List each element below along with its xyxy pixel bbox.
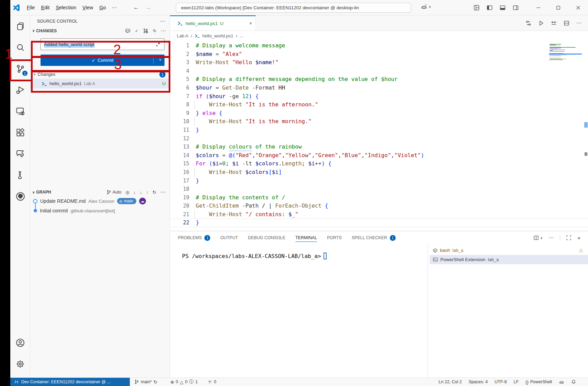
run-debug-icon[interactable]: [10, 79, 30, 101]
commit-dropdown-icon[interactable]: ∨: [159, 58, 161, 61]
changes-collapse-icon[interactable]: ∨: [32, 29, 35, 33]
toggle-panel-icon[interactable]: [500, 5, 506, 11]
split-terminal-icon[interactable]: ∨: [533, 235, 543, 241]
copilot-icon[interactable]: [421, 3, 427, 10]
menu-selection[interactable]: Selection: [53, 3, 79, 12]
remote-indicator[interactable]: Dev Container: EEEN11202 devcontainer @ …: [10, 378, 130, 386]
changes-more-icon[interactable]: ⋯: [161, 28, 166, 34]
extensions-icon[interactable]: [10, 122, 30, 143]
code-line-11[interactable]: 11}: [170, 126, 588, 134]
code-line-20[interactable]: 20Get-ChildItem -Path / | ForEach-Object…: [170, 202, 588, 210]
menu-view[interactable]: View: [79, 3, 96, 12]
run-file-icon[interactable]: [538, 20, 544, 26]
graph-refresh-icon[interactable]: ↻: [152, 190, 156, 195]
branch-ref-badge[interactable]: ◎ main: [117, 198, 136, 204]
command-center-search[interactable]: eeen11202-labs (Workspace) [Dev Containe…: [176, 3, 411, 13]
code-line-5[interactable]: 5# Display a different message depending…: [170, 75, 588, 84]
close-window-button[interactable]: [568, 0, 588, 15]
github-icon[interactable]: [10, 186, 30, 207]
split-terminal-dropdown-icon[interactable]: ∨: [540, 236, 543, 240]
panel-tab-terminal[interactable]: TERMINAL: [295, 231, 317, 244]
code-line-17[interactable]: 17}: [170, 177, 588, 185]
breadcrumb-file[interactable]: hello_world.ps1: [202, 33, 233, 38]
source-control-more-icon[interactable]: ⋯: [160, 18, 166, 24]
encoding-item[interactable]: UTF-8: [492, 379, 509, 384]
editor-tab[interactable]: hello_world.ps1 U ×: [170, 15, 256, 31]
code-line-8[interactable]: 8 Write-Host "It is the afternoon.": [170, 101, 588, 109]
indentation-item[interactable]: Spaces: 4: [466, 379, 490, 384]
copilot-dropdown-icon[interactable]: ∨: [429, 5, 431, 9]
graph-commit-row[interactable]: Initial commit github-classroom[bot]: [30, 206, 169, 215]
panel-tab-problems[interactable]: PROBLEMS1: [178, 231, 210, 244]
commit-button[interactable]: ✓ Commit ∨: [41, 55, 165, 66]
changed-file-row[interactable]: hello_world.ps1 Lab A U: [30, 79, 170, 89]
maximize-button[interactable]: [548, 0, 568, 15]
code-line-10[interactable]: 10 Write-Host "It is the morning.": [170, 117, 588, 126]
code-line-15[interactable]: 15For ($i=0; $i -lt $colors.Length; $i++…: [170, 160, 588, 168]
menu-go[interactable]: Go: [96, 3, 109, 12]
cursor-position-item[interactable]: Ln 22, Col 2: [436, 379, 464, 384]
commit-check-icon[interactable]: ✓: [135, 28, 138, 33]
commit-message-input[interactable]: Added hello_world script: [41, 38, 165, 50]
accounts-icon[interactable]: [10, 332, 30, 353]
outline-icon[interactable]: [551, 20, 557, 26]
code-line-6[interactable]: 6$hour = Get-Date -Format HH: [170, 84, 588, 92]
menu-file[interactable]: File: [24, 3, 38, 12]
minimap[interactable]: [550, 44, 581, 61]
graph-more-icon[interactable]: ⋯: [160, 189, 166, 195]
toggle-secondary-sidebar-icon[interactable]: [513, 5, 519, 11]
graph-target-icon[interactable]: ◎: [125, 190, 129, 195]
code-line-13[interactable]: 13# Display colours of the rainbow: [170, 143, 588, 151]
navigate-back-icon[interactable]: ←: [133, 4, 139, 11]
graph-push-icon[interactable]: ↑: [146, 190, 149, 195]
eol-item[interactable]: LF: [511, 379, 521, 384]
panel-tab-spell-checker[interactable]: SPELL CHECKER1: [352, 231, 396, 244]
code-line-22[interactable]: 22}: [170, 219, 588, 227]
search-icon[interactable]: [10, 37, 30, 58]
code-line-19[interactable]: 19# Display the contents of /: [170, 194, 588, 202]
panel-tab-debug-console[interactable]: DEBUG CONSOLE: [248, 231, 285, 244]
open-changes-icon[interactable]: [525, 20, 531, 26]
menu-more-button[interactable]: ⋯: [109, 3, 120, 12]
terminal-item-bash[interactable]: bash lab_a ⚠: [430, 246, 588, 255]
create-branch-icon[interactable]: [143, 28, 148, 34]
panel-tab-ports[interactable]: PORTS: [327, 231, 342, 244]
code-line-4[interactable]: 4: [170, 67, 588, 75]
editor-more-icon[interactable]: ⋯: [576, 20, 582, 26]
graph-pull-icon[interactable]: ↓: [134, 190, 136, 195]
code-line-12[interactable]: 12: [170, 134, 588, 143]
sync-icon[interactable]: ↻: [154, 379, 157, 385]
changes-section-collapse-icon[interactable]: ∨: [33, 72, 36, 76]
code-line-18[interactable]: 18: [170, 185, 588, 194]
generate-commit-message-icon[interactable]: [155, 42, 161, 47]
language-mode-item[interactable]: {} PowerShell: [523, 379, 554, 385]
chat-icon[interactable]: [10, 143, 30, 164]
graph-fetch-icon[interactable]: ↓: [140, 190, 142, 195]
panel-tab-output[interactable]: OUTPUT: [220, 231, 238, 244]
code-line-2[interactable]: 2$name = "Alex": [170, 50, 588, 59]
terminal-output[interactable]: PS /workspaces/labs-ALEX-CASSON-LAB/lab_…: [182, 253, 327, 259]
editor-scrollbar[interactable]: [584, 40, 588, 231]
maximize-panel-icon[interactable]: [566, 235, 572, 241]
explorer-icon[interactable]: [10, 15, 30, 37]
branch-status-item[interactable]: main* ↻: [132, 379, 160, 385]
close-panel-icon[interactable]: ×: [577, 235, 580, 241]
breadcrumb-folder[interactable]: Lab A: [177, 33, 188, 38]
code-line-14[interactable]: 14$colors = @("Red","Orange","Yellow","G…: [170, 151, 588, 160]
navigate-forward-icon[interactable]: →: [145, 4, 151, 11]
split-editor-icon[interactable]: [564, 20, 569, 26]
remote-explorer-icon[interactable]: [10, 101, 30, 122]
code-line-16[interactable]: 16 Write-Host $colors[$i]: [170, 168, 588, 177]
panel-more-icon[interactable]: ⋯: [549, 235, 554, 241]
toggle-primary-sidebar-icon[interactable]: [487, 5, 493, 11]
notifications-bell-icon[interactable]: [569, 379, 578, 384]
terminal-item-powershell[interactable]: PowerShell Extension lab_a: [430, 255, 588, 264]
customize-layout-icon[interactable]: [474, 5, 479, 11]
code-line-9[interactable]: 9} else {: [170, 109, 588, 118]
code-line-3[interactable]: 3Write-Host "Hello $name!": [170, 58, 588, 67]
tab-close-icon[interactable]: ×: [249, 21, 252, 26]
ports-status-item[interactable]: 0: [205, 379, 219, 384]
source-control-icon[interactable]: 1: [10, 58, 30, 79]
refresh-icon[interactable]: ↻: [153, 28, 156, 33]
settings-gear-icon[interactable]: [10, 353, 30, 375]
